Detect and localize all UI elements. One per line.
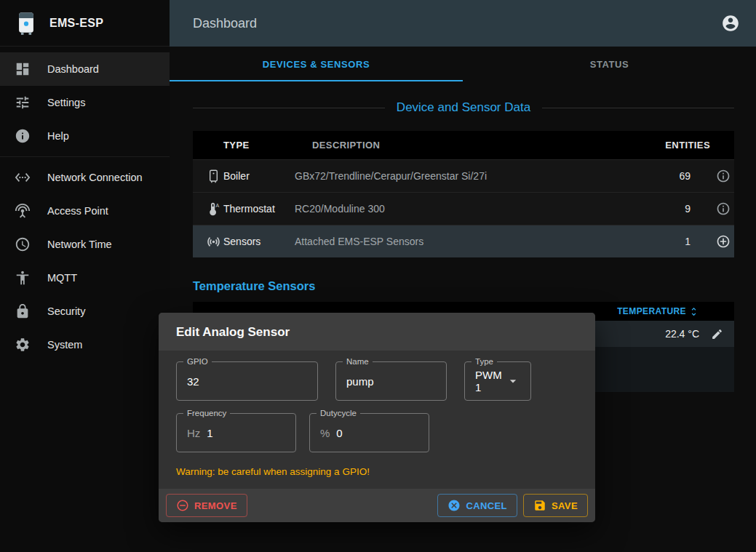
row-type: Sensors: [223, 236, 295, 247]
sidebar-item-access-point[interactable]: Access Point: [0, 194, 170, 228]
temperature-value: 22.4 °C: [665, 328, 699, 340]
dashboard-icon: [15, 60, 32, 78]
name-input[interactable]: [346, 375, 436, 388]
add-circle-icon[interactable]: [716, 234, 731, 249]
type-selected-value: PWM 1: [475, 369, 506, 393]
sidebar-item-system[interactable]: System: [0, 328, 170, 361]
save-button[interactable]: SAVE: [523, 494, 588, 517]
sensors-icon: [206, 234, 223, 249]
name-field-label: Name: [343, 356, 373, 367]
temperature-column-label: TEMPERATURE: [617, 306, 686, 316]
sidebar-item-label: Help: [47, 130, 69, 142]
sidebar-item-label: Security: [47, 305, 85, 317]
section-title: Device and Sensor Data: [193, 100, 734, 115]
header-description: DESCRIPTION: [312, 140, 632, 151]
name-field[interactable]: Name: [335, 361, 447, 401]
tab-label: STATUS: [590, 59, 629, 70]
dutycycle-field[interactable]: Dutycycle %: [309, 413, 429, 452]
gpio-field-label: GPIO: [183, 356, 212, 367]
account-icon[interactable]: [721, 14, 740, 33]
sidebar-item-help[interactable]: Help: [0, 119, 170, 153]
sidebar-item-label: System: [47, 339, 82, 351]
tab-devices-sensors[interactable]: DEVICES & SENSORS: [170, 47, 463, 81]
info-icon[interactable]: [716, 169, 731, 183]
device-table-header: TYPE DESCRIPTION ENTITIES: [193, 131, 734, 159]
save-button-label: SAVE: [552, 500, 578, 511]
cancel-button-label: CANCEL: [466, 500, 507, 511]
clock-icon: [15, 236, 32, 253]
remove-button-label: REMOVE: [194, 500, 237, 511]
frequency-unit: Hz: [187, 427, 200, 439]
gpio-input[interactable]: [187, 375, 307, 388]
table-row-boiler[interactable]: Boiler GBx72/Trendline/Cerapur/Greenstar…: [193, 159, 734, 192]
frequency-field-label: Frequency: [183, 408, 230, 418]
remove-button[interactable]: REMOVE: [166, 494, 247, 517]
page-title: Dashboard: [193, 16, 721, 31]
sidebar-item-security[interactable]: Security: [0, 295, 170, 328]
app-header: EMS-ESP: [0, 0, 170, 47]
save-icon: [533, 499, 546, 512]
sidebar-item-network-connection[interactable]: Network Connection: [0, 161, 170, 194]
dutycycle-field-label: Dutycycle: [317, 408, 360, 418]
gear-icon: [15, 336, 32, 353]
header-entities: ENTITIES: [632, 140, 734, 151]
sidebar-item-label: Access Point: [47, 205, 108, 217]
chevron-down-icon: [506, 374, 520, 388]
dialog-title: Edit Analog Sensor: [159, 313, 595, 351]
appbar: Dashboard: [170, 0, 756, 47]
dialog-body: GPIO Name Type PWM 1 Frequency: [159, 351, 595, 489]
edit-pencil-icon[interactable]: [711, 328, 723, 340]
sidebar: EMS-ESP Dashboard Settings Help: [0, 0, 170, 552]
tab-status[interactable]: STATUS: [463, 47, 756, 81]
row-entities: 9: [632, 203, 691, 215]
sidebar-item-mqtt[interactable]: MQTT: [0, 261, 170, 295]
gpio-warning-text: Warning: be careful when assigning a GPI…: [176, 466, 578, 477]
dialog-actions: REMOVE CANCEL SAVE: [159, 489, 595, 522]
sidebar-item-settings[interactable]: Settings: [0, 86, 170, 119]
info-icon[interactable]: [716, 201, 731, 216]
app-logo-icon: [13, 10, 39, 36]
sidebar-item-network-time[interactable]: Network Time: [0, 228, 170, 261]
table-row-sensors[interactable]: Sensors Attached EMS-ESP Sensors 1: [193, 225, 734, 257]
cancel-circle-icon: [447, 499, 461, 512]
type-field-label: Type: [471, 356, 497, 367]
row-description: Attached EMS-ESP Sensors: [295, 236, 632, 247]
boiler-icon: [206, 169, 223, 184]
tune-icon: [15, 94, 32, 111]
lock-icon: [15, 303, 32, 320]
antenna-icon: [15, 202, 32, 220]
edit-analog-sensor-dialog: Edit Analog Sensor GPIO Name Type PWM 1: [159, 313, 595, 522]
row-type: Boiler: [223, 170, 295, 182]
header-type: TYPE: [223, 140, 312, 151]
row-entities: 1: [632, 236, 691, 247]
sidebar-divider: [0, 156, 170, 157]
device-table: TYPE DESCRIPTION ENTITIES Boiler GBx72/T…: [193, 131, 734, 257]
gpio-field[interactable]: GPIO: [176, 361, 318, 401]
tab-bar: DEVICES & SENSORS STATUS: [170, 47, 756, 81]
sort-icon: [688, 306, 699, 317]
row-description: RC20/Moduline 300: [295, 203, 632, 215]
sidebar-item-label: Network Connection: [47, 172, 143, 183]
section-title-text: Device and Sensor Data: [397, 100, 530, 115]
app-title: EMS-ESP: [49, 17, 103, 30]
cancel-button[interactable]: CANCEL: [437, 494, 517, 517]
dutycycle-input[interactable]: [336, 427, 418, 439]
thermostat-icon: A: [206, 201, 223, 217]
temperature-column-header[interactable]: TEMPERATURE: [617, 306, 699, 317]
dutycycle-unit: %: [320, 427, 330, 439]
mqtt-icon: [15, 269, 32, 287]
frequency-input[interactable]: [207, 427, 285, 439]
ethernet-icon: [15, 169, 32, 186]
sidebar-item-dashboard[interactable]: Dashboard: [0, 52, 170, 86]
row-type: Thermostat: [223, 203, 295, 215]
table-row-thermostat[interactable]: A Thermostat RC20/Moduline 300 9: [193, 192, 734, 225]
row-description: GBx72/Trendline/Cerapur/Greenstar Si/27i: [295, 170, 632, 182]
app-window: EMS-ESP Dashboard Settings Help: [0, 0, 756, 552]
sidebar-nav: Dashboard Settings Help Network Connecti: [0, 47, 170, 361]
type-select[interactable]: Type PWM 1: [464, 361, 531, 401]
frequency-field[interactable]: Frequency Hz: [176, 413, 296, 452]
svg-text:A: A: [216, 202, 220, 207]
sidebar-item-label: Settings: [47, 97, 85, 108]
sidebar-item-label: Network Time: [47, 239, 112, 250]
temperature-sensors-title: Temperature Sensors: [193, 279, 734, 293]
